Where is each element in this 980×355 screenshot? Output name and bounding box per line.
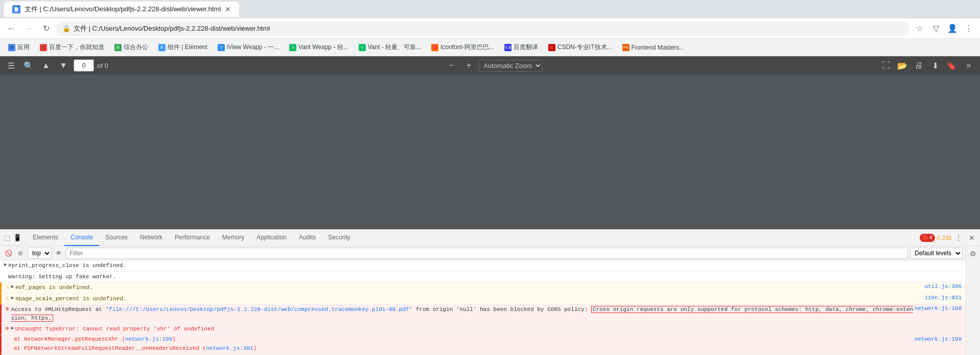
console-line-error: ⊗ ▶ Uncaught TypeError: Cannot read prop… bbox=[0, 324, 966, 335]
devtools-inspect-button[interactable]: ⬚ bbox=[2, 233, 12, 243]
console-line-error-trace: at PDFNetworkStreamFullRequestReader._on… bbox=[0, 344, 966, 353]
tab-security[interactable]: Security bbox=[322, 230, 356, 246]
bookmark-apps[interactable]: ⊞ 应用 bbox=[4, 41, 34, 53]
tab-sources[interactable]: Sources bbox=[99, 230, 134, 246]
console-error-text: Uncaught TypeError: Cannot read property… bbox=[15, 325, 962, 334]
console-source-link[interactable]: network.js:199 bbox=[915, 336, 962, 342]
bookmark-button[interactable]: ☆ bbox=[913, 21, 927, 36]
error-icon: ⊗ bbox=[6, 305, 9, 312]
bookmark-frontend[interactable]: FM Frontend Masters... bbox=[618, 42, 689, 53]
pdf-presentation-button[interactable]: ⛶ bbox=[879, 58, 893, 73]
tab-favicon: 📄 bbox=[12, 5, 20, 13]
bookmark-translate-icon: 百度 bbox=[504, 44, 511, 51]
console-line-cors-error: ⊗ Access to XMLHttpRequest at 'file:///C… bbox=[0, 304, 966, 324]
expand-arrow-icon[interactable]: ▶ bbox=[11, 295, 14, 301]
back-button[interactable]: ← bbox=[4, 21, 18, 36]
console-filter-input[interactable] bbox=[66, 248, 908, 259]
console-trace-text: at NetworkManager.getRequestXhr (network… bbox=[14, 336, 176, 342]
console-source-link[interactable]: util.js:306 bbox=[924, 283, 962, 290]
pdf-next-page-button[interactable]: ▼ bbox=[56, 58, 71, 73]
cast-button[interactable]: ▽ bbox=[929, 21, 943, 36]
bookmark-element[interactable]: E 组件 | Element bbox=[154, 41, 212, 53]
console-line-warning: ⚠ ▶ #page_scale_percent is undefined. 11… bbox=[0, 294, 966, 305]
address-lock-icon: 🔒 bbox=[62, 25, 71, 32]
warning-icon: ⚠ bbox=[6, 283, 9, 290]
bookmark-iconfont-icon: 🔴 bbox=[431, 44, 438, 51]
address-bar[interactable]: 🔒 文件 | C:/Users/Lenovo/Desktop/pdfjs-2.2… bbox=[56, 21, 909, 36]
devtools-more-button[interactable]: ⋮ bbox=[952, 232, 965, 244]
console-cors-text: Access to XMLHttpRequest at 'file:///C:/… bbox=[11, 305, 915, 322]
console-filter-toggle[interactable]: ⊘ bbox=[15, 248, 26, 258]
address-url: 文件 | C:/Users/Lenovo/Desktop/pdfjs-2.2.2… bbox=[74, 24, 903, 33]
expand-arrow-icon[interactable]: ▶ bbox=[4, 261, 7, 268]
console-source-link[interactable]: 110n.js:831 bbox=[924, 295, 962, 301]
console-text: Warning: Setting up fake worker. bbox=[8, 273, 962, 281]
pdf-open-file-button[interactable]: 📂 bbox=[895, 58, 909, 73]
tab-bar: 📄 文件 | C:/Users/Lenovo/Desktop/pdfjs-2.2… bbox=[0, 0, 980, 18]
console-source-link[interactable]: network.js:108 bbox=[915, 305, 962, 312]
console-trace-text: at PDFNetworkStreamFullRequestReader._on… bbox=[14, 345, 256, 351]
console-eye-button[interactable]: 👁 bbox=[54, 248, 64, 258]
expand-arrow-icon[interactable]: ▶ bbox=[11, 325, 14, 331]
devtools-close-button[interactable]: ✕ bbox=[966, 232, 978, 244]
profile-button[interactable]: 👤 bbox=[945, 21, 960, 36]
tab-network[interactable]: Network bbox=[134, 230, 169, 246]
tab-performance[interactable]: Performance bbox=[169, 230, 216, 246]
tab-application[interactable]: Application bbox=[250, 230, 293, 246]
nav-actions: ☆ ▽ 👤 ⋮ bbox=[913, 21, 976, 36]
pdf-toggle-sidebar-button[interactable]: ☰ bbox=[4, 58, 18, 73]
devtools-panel: ⬚ 📱 Elements Console Sources Network Per… bbox=[0, 229, 980, 355]
bookmark-vant[interactable]: V Vant - 轻量、可靠... bbox=[355, 41, 425, 53]
tab-memory[interactable]: Memory bbox=[216, 230, 250, 246]
pdf-zoom-out-button[interactable]: − bbox=[444, 58, 458, 73]
bookmark-vant-icon: V bbox=[359, 44, 366, 51]
pdf-find-button[interactable]: 🔍 bbox=[21, 58, 36, 73]
bookmark-apps-icon: ⊞ bbox=[8, 44, 15, 51]
pdf-more-button[interactable]: » bbox=[962, 58, 976, 73]
pdf-zoom-select[interactable]: Automatic Zoom 50% 75% 100% 125% 150% 20… bbox=[479, 60, 543, 72]
bookmark-office-icon: 办 bbox=[114, 44, 122, 51]
pdf-prev-page-button[interactable]: ▲ bbox=[39, 58, 53, 73]
bookmark-translate[interactable]: 百度 百度翻译 bbox=[500, 41, 542, 53]
active-tab[interactable]: 📄 文件 | C:/Users/Lenovo/Desktop/pdfjs-2.2… bbox=[4, 2, 239, 17]
tab-audits[interactable]: Audits bbox=[293, 230, 322, 246]
bookmark-baidu-label: 百度一下，你就知道 bbox=[49, 43, 104, 52]
console-clear-button[interactable]: 🚫 bbox=[3, 248, 13, 258]
pdf-download-button[interactable]: ⬇ bbox=[928, 58, 942, 73]
bookmark-office[interactable]: 办 综合办公 bbox=[110, 41, 152, 53]
devtools-device-button[interactable]: 📱 bbox=[12, 233, 22, 243]
bookmark-iconfont[interactable]: 🔴 Iconfont-阿里巴巴... bbox=[427, 41, 498, 53]
pdf-tools: ⛶ 📂 🖨 ⬇ 🔖 bbox=[879, 58, 959, 73]
refresh-button[interactable]: ↻ bbox=[39, 21, 53, 36]
tab-elements[interactable]: Elements bbox=[27, 230, 64, 246]
pdf-print-button[interactable]: 🖨 bbox=[912, 58, 926, 73]
trace-link-2[interactable]: network.js:301 bbox=[206, 345, 253, 351]
bookmark-csdn[interactable]: C CSDN-专业IT技术... bbox=[544, 41, 616, 53]
expand-arrow-icon[interactable]: ▶ bbox=[11, 283, 14, 290]
forward-button[interactable]: → bbox=[21, 21, 36, 36]
console-context-select[interactable]: top bbox=[28, 248, 52, 259]
pdf-page-input[interactable]: 0 bbox=[74, 59, 94, 72]
bookmark-vant-weapp[interactable]: V Vant Weapp - 轻... bbox=[285, 41, 353, 53]
console-levels-select[interactable]: Default levels bbox=[910, 248, 963, 259]
menu-button[interactable]: ⋮ bbox=[962, 21, 976, 36]
tab-console[interactable]: Console bbox=[64, 230, 99, 246]
bookmark-iview[interactable]: ▽ iView Weapp - 一... bbox=[214, 41, 283, 53]
console-line-error-trace: at NetworkManager.onStateChange (network… bbox=[0, 353, 966, 356]
trace-link-1[interactable]: network.js:199 bbox=[125, 336, 172, 342]
bookmark-vant-weapp-icon: V bbox=[289, 44, 296, 51]
bookmark-apps-label: 应用 bbox=[17, 43, 30, 52]
devtools-settings-button[interactable]: ⚙ bbox=[968, 248, 979, 259]
console-line: ▶ #print_progress_close is undefined. bbox=[0, 260, 966, 272]
console-output: ▶ #print_progress_close is undefined. ▶ … bbox=[0, 260, 966, 355]
cors-file-link[interactable]: file:///C:/Users/Lenovo/Desktop/pdfjs-2.… bbox=[109, 306, 409, 313]
pdf-zoom-in-button[interactable]: + bbox=[461, 58, 476, 73]
bookmark-baidu[interactable]: 百 百度一下，你就知道 bbox=[36, 41, 108, 53]
tab-close-button[interactable]: ✕ bbox=[225, 5, 231, 13]
pdf-bookmark-button[interactable]: 🔖 bbox=[944, 58, 959, 73]
tab-title: 文件 | C:/Users/Lenovo/Desktop/pdfjs-2.2.2… bbox=[25, 5, 221, 14]
console-toolbar: 🚫 ⊘ top 👁 Default levels bbox=[0, 246, 966, 260]
bookmark-office-label: 综合办公 bbox=[124, 43, 148, 52]
error-badge: 🔴 4 bbox=[920, 234, 935, 242]
devtools-main-area: 🚫 ⊘ top 👁 Default levels ▶ #print_progre… bbox=[0, 246, 980, 355]
